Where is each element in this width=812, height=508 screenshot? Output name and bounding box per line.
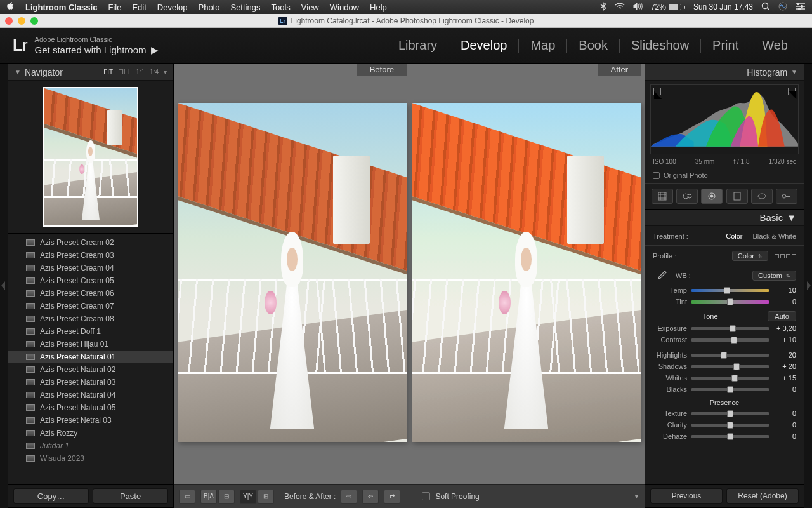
slider-contrast[interactable]: Contrast+ 10 bbox=[653, 334, 796, 345]
before-view[interactable]: Before bbox=[178, 64, 407, 480]
preset-item[interactable]: Azis Preset Cream 07 bbox=[8, 300, 173, 312]
histogram-display[interactable]: ◣ ◥ bbox=[650, 84, 799, 154]
treatment-color[interactable]: Color bbox=[726, 232, 742, 240]
chevron-down-icon[interactable]: ▾ bbox=[164, 69, 167, 76]
after-view[interactable]: After bbox=[412, 64, 641, 480]
slider-thumb[interactable] bbox=[733, 363, 740, 370]
wifi-icon[interactable] bbox=[615, 3, 625, 12]
slider-track[interactable] bbox=[691, 300, 769, 304]
original-photo-toggle[interactable]: Original Photo bbox=[645, 169, 804, 184]
slider-highlights[interactable]: Highlights– 20 bbox=[653, 349, 796, 361]
slider-thumb[interactable] bbox=[727, 422, 733, 429]
histogram-header[interactable]: Histogram ▼ bbox=[645, 64, 804, 81]
slider-track[interactable] bbox=[691, 424, 769, 427]
original-checkbox[interactable] bbox=[653, 172, 660, 179]
toolbar-menu-button[interactable]: ▼ bbox=[634, 493, 639, 500]
compare-tb-button[interactable]: ⊟ bbox=[218, 490, 235, 504]
paste-button[interactable]: Paste bbox=[93, 488, 168, 504]
slider-track[interactable] bbox=[691, 365, 769, 368]
auto-button[interactable]: Auto bbox=[768, 311, 796, 321]
wb-eyedropper-icon[interactable] bbox=[653, 267, 671, 284]
navigator-header[interactable]: ▼Navigator FIT FILL 1:1 1:4 ▾ bbox=[8, 64, 173, 81]
close-button[interactable] bbox=[5, 17, 13, 25]
profile-dropdown[interactable]: Color⇅ bbox=[732, 251, 768, 261]
navigator-preview[interactable] bbox=[8, 81, 173, 233]
slider-track[interactable] bbox=[691, 435, 769, 438]
slider-tint[interactable]: Tint0 bbox=[653, 296, 796, 307]
app-name[interactable]: Lightroom Classic bbox=[25, 3, 97, 12]
slider-value[interactable]: 0 bbox=[773, 432, 796, 440]
gradient-tool[interactable] bbox=[726, 189, 748, 204]
slider-value[interactable]: 0 bbox=[773, 421, 796, 429]
nav-fill[interactable]: FILL bbox=[118, 69, 131, 76]
preset-item[interactable]: Azis Preset Cream 04 bbox=[8, 262, 173, 274]
slider-dehaze[interactable]: Dehaze0 bbox=[653, 431, 796, 442]
preset-item[interactable]: Azis Preset Cream 05 bbox=[8, 274, 173, 287]
spotlight-icon[interactable] bbox=[761, 2, 770, 13]
menu-window[interactable]: Window bbox=[330, 3, 359, 12]
slider-thumb[interactable] bbox=[724, 287, 730, 294]
treatment-bw[interactable]: Black & White bbox=[753, 232, 796, 240]
slider-thumb[interactable] bbox=[727, 298, 733, 305]
swap-both-button[interactable]: ⇄ bbox=[384, 490, 400, 504]
slider-value[interactable]: + 20 bbox=[773, 363, 796, 370]
slider-blacks[interactable]: Blacks0 bbox=[653, 384, 796, 395]
apple-icon[interactable] bbox=[6, 2, 15, 12]
slider-texture[interactable]: Texture0 bbox=[653, 408, 796, 419]
slider-track[interactable] bbox=[691, 377, 769, 380]
slider-thumb[interactable] bbox=[730, 325, 736, 332]
slider-value[interactable]: + 10 bbox=[773, 336, 796, 344]
compare-split-button[interactable]: Y|Y bbox=[240, 490, 256, 504]
preset-item[interactable]: Azis Preset Netral 03 bbox=[8, 414, 173, 427]
slider-whites[interactable]: Whites+ 15 bbox=[653, 372, 796, 384]
swap-left-button[interactable]: ⇦ bbox=[362, 490, 379, 504]
basic-panel-header[interactable]: Basic ▼ bbox=[645, 210, 804, 226]
slider-track[interactable] bbox=[691, 412, 769, 415]
wb-dropdown[interactable]: Custom⇅ bbox=[752, 271, 796, 281]
window-controls[interactable] bbox=[5, 17, 38, 25]
sound-icon[interactable] bbox=[633, 3, 643, 12]
battery-indicator[interactable]: 72% bbox=[651, 3, 685, 11]
slider-value[interactable]: 0 bbox=[773, 385, 796, 393]
siri-icon[interactable] bbox=[778, 2, 787, 13]
slider-track[interactable] bbox=[691, 289, 769, 292]
slider-track[interactable] bbox=[691, 338, 769, 342]
slider-thumb[interactable] bbox=[731, 375, 738, 382]
slider-thumb[interactable] bbox=[731, 337, 737, 344]
slider-track[interactable] bbox=[691, 354, 769, 357]
slider-clarity[interactable]: Clarity0 bbox=[653, 419, 796, 431]
preset-item[interactable]: Azis Preset Cream 06 bbox=[8, 287, 173, 300]
compare-split2-button[interactable]: ⊞ bbox=[258, 490, 274, 504]
nav-1-4[interactable]: 1:4 bbox=[150, 69, 159, 76]
right-panel-toggle[interactable] bbox=[804, 64, 812, 508]
copy-button[interactable]: Copy… bbox=[13, 488, 89, 504]
left-panel-toggle[interactable] bbox=[0, 64, 8, 508]
zoom-button[interactable] bbox=[30, 17, 38, 25]
bluetooth-icon[interactable] bbox=[600, 2, 606, 13]
slider-value[interactable]: – 10 bbox=[773, 286, 796, 294]
menu-help[interactable]: Help bbox=[370, 3, 387, 12]
slider-track[interactable] bbox=[691, 327, 769, 330]
minimize-button[interactable] bbox=[18, 17, 25, 25]
slider-thumb[interactable] bbox=[727, 410, 733, 417]
preset-item[interactable]: Jufidar 1 bbox=[8, 439, 173, 452]
preset-item[interactable]: Azis Rozzy bbox=[8, 427, 173, 439]
brush-tool[interactable] bbox=[776, 189, 797, 204]
slider-value[interactable]: – 20 bbox=[773, 351, 796, 359]
module-print[interactable]: Print bbox=[701, 38, 750, 53]
menu-file[interactable]: File bbox=[108, 3, 121, 12]
preset-item[interactable]: Wisuda 2023 bbox=[8, 452, 173, 465]
profile-browser-icon[interactable] bbox=[775, 254, 796, 258]
navigator-zoom-opts[interactable]: FIT FILL 1:1 1:4 ▾ bbox=[103, 69, 167, 76]
preset-item[interactable]: Azis Preset Hijau 01 bbox=[8, 338, 173, 351]
slider-shadows[interactable]: Shadows+ 20 bbox=[653, 361, 796, 372]
slider-value[interactable]: 0 bbox=[773, 410, 796, 417]
slider-value[interactable]: + 0,20 bbox=[773, 324, 796, 332]
slider-thumb[interactable] bbox=[727, 433, 733, 440]
nav-1-1[interactable]: 1:1 bbox=[136, 69, 145, 76]
module-map[interactable]: Map bbox=[519, 38, 566, 53]
soft-proof-checkbox[interactable] bbox=[422, 492, 430, 500]
slider-temp[interactable]: Temp– 10 bbox=[653, 284, 796, 296]
before-photo[interactable] bbox=[178, 103, 407, 442]
spot-tool[interactable] bbox=[676, 189, 698, 204]
